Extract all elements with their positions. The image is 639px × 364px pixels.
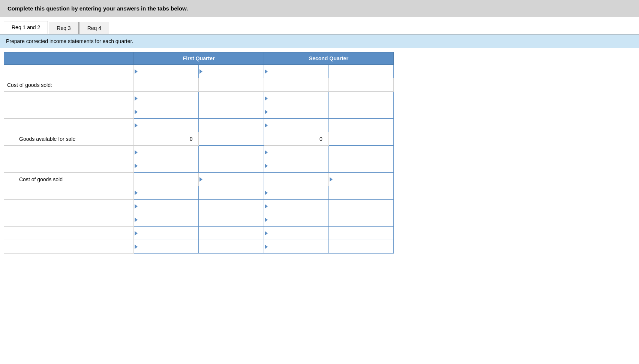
goods-q1b-cell[interactable] <box>199 132 264 146</box>
row11-q2b-cell[interactable] <box>328 200 393 213</box>
row4-q2b-input[interactable] <box>329 106 393 118</box>
row10-q1b-input[interactable] <box>199 186 263 199</box>
row13-q2b-cell[interactable] <box>328 227 393 240</box>
row12-q2b-cell[interactable] <box>328 213 393 227</box>
row12-q2a-input[interactable] <box>268 213 328 226</box>
row14-q1b-input[interactable] <box>199 240 263 253</box>
row11-q2b-input[interactable] <box>329 200 393 213</box>
row14-q2b-cell[interactable] <box>328 240 393 254</box>
row5-q1b-cell[interactable] <box>199 119 264 132</box>
row1-q2b-cell[interactable] <box>328 65 393 78</box>
row4-q1b-input[interactable] <box>199 106 263 118</box>
row1-q2b-input[interactable] <box>329 65 393 78</box>
row1-q1a-cell[interactable] <box>134 65 199 78</box>
row11-q2a-input[interactable] <box>268 200 328 213</box>
goods-q2b-input[interactable] <box>329 133 393 145</box>
row4-q1a-input[interactable] <box>138 106 198 118</box>
row12-q1a-cell[interactable] <box>134 213 199 227</box>
row7-q1b-cell[interactable] <box>199 146 264 159</box>
cogs-val-q2b[interactable] <box>328 173 393 186</box>
row1-q1a-input[interactable] <box>138 65 198 78</box>
goods-q2b-cell[interactable] <box>328 132 393 146</box>
row8-q1b-input[interactable] <box>199 160 263 172</box>
row4-q2b-cell[interactable] <box>328 105 393 119</box>
row14-q1b-cell[interactable] <box>199 240 264 254</box>
row3-q2a-cell[interactable] <box>264 92 328 105</box>
row10-q2b-cell[interactable] <box>328 186 393 200</box>
row8-q2b-cell[interactable] <box>328 159 393 173</box>
row8-q1a-input[interactable] <box>138 160 198 172</box>
row14-q2a-cell[interactable] <box>264 240 328 254</box>
row5-q2a-input[interactable] <box>268 119 328 132</box>
row12-q1b-input[interactable] <box>199 213 263 226</box>
row11-q1a-input[interactable] <box>138 200 198 213</box>
row13-q1b-cell[interactable] <box>199 227 264 240</box>
row11-q1a-cell[interactable] <box>134 200 199 213</box>
row10-q2b-input[interactable] <box>329 186 393 199</box>
row8-q2a-cell[interactable] <box>264 159 328 173</box>
row5-q1a-input[interactable] <box>138 119 198 132</box>
row10-q2a-cell[interactable] <box>264 186 328 200</box>
row7-q1a-input[interactable] <box>138 146 198 159</box>
cogs-val-q1b[interactable] <box>199 173 264 186</box>
row1-q2a-input[interactable] <box>268 65 328 78</box>
row10-q1a-input[interactable] <box>138 186 198 199</box>
row3-q1a-cell[interactable] <box>134 92 199 105</box>
row11-q1b-cell[interactable] <box>199 200 264 213</box>
row13-q1b-input[interactable] <box>199 227 263 240</box>
row13-q2a-cell[interactable] <box>264 227 328 240</box>
row1-q1b-cell[interactable] <box>199 65 264 78</box>
row1-q1b-input[interactable] <box>202 65 263 78</box>
row7-q2b-input[interactable] <box>329 146 393 159</box>
row10-q1a-cell[interactable] <box>134 186 199 200</box>
row10-q1b-cell[interactable] <box>199 186 264 200</box>
row13-q1a-cell[interactable] <box>134 227 199 240</box>
tab-req3[interactable]: Req 3 <box>49 22 78 34</box>
row13-q2b-input[interactable] <box>329 227 393 240</box>
row1-q2a-cell[interactable] <box>264 65 328 78</box>
goods-q1b-input[interactable] <box>199 133 263 145</box>
row8-q1b-cell[interactable] <box>199 159 264 173</box>
row4-q1b-cell[interactable] <box>199 105 264 119</box>
row12-q1b-cell[interactable] <box>199 213 264 227</box>
row8-q2b-input[interactable] <box>329 160 393 172</box>
row14-q1a-cell[interactable] <box>134 240 199 254</box>
row12-q2b-input[interactable] <box>329 213 393 226</box>
row3-q1b-input[interactable] <box>199 92 263 105</box>
row7-q1b-input[interactable] <box>199 146 263 159</box>
row3-q2a-input[interactable] <box>268 92 328 105</box>
row11-q2a-cell[interactable] <box>264 200 328 213</box>
row5-q2a-cell[interactable] <box>264 119 328 132</box>
row14-q2a-input[interactable] <box>268 240 328 253</box>
row3-q1a-input[interactable] <box>138 92 198 105</box>
row8-q1a-cell[interactable] <box>134 159 199 173</box>
row4-q2a-input[interactable] <box>268 106 328 118</box>
table-row <box>4 213 394 227</box>
row5-q2b-input[interactable] <box>329 119 393 132</box>
row3-q2b-input[interactable] <box>329 92 393 105</box>
row10-q2a-input[interactable] <box>268 186 328 199</box>
row7-q2a-cell[interactable] <box>264 146 328 159</box>
row13-q1a-input[interactable] <box>138 227 198 240</box>
cogs-q1b-input[interactable] <box>202 173 263 186</box>
row12-q2a-cell[interactable] <box>264 213 328 227</box>
tab-req12[interactable]: Req 1 and 2 <box>4 21 48 34</box>
row5-q2b-cell[interactable] <box>328 119 393 132</box>
row14-q2b-input[interactable] <box>329 240 393 253</box>
row14-q1a-input[interactable] <box>138 240 198 253</box>
row5-q1a-cell[interactable] <box>134 119 199 132</box>
row8-q2a-input[interactable] <box>268 160 328 172</box>
tab-req4[interactable]: Req 4 <box>80 22 109 34</box>
row3-q1b-cell[interactable] <box>199 92 264 105</box>
row13-q2a-input[interactable] <box>268 227 328 240</box>
cogs-q2b-input[interactable] <box>333 173 393 186</box>
row3-q2b-cell[interactable] <box>328 92 393 105</box>
row7-q1a-cell[interactable] <box>134 146 199 159</box>
row7-q2a-input[interactable] <box>268 146 328 159</box>
row7-q2b-cell[interactable] <box>328 146 393 159</box>
row11-q1b-input[interactable] <box>199 200 263 213</box>
row4-q2a-cell[interactable] <box>264 105 328 119</box>
row12-q1a-input[interactable] <box>138 213 198 226</box>
row5-q1b-input[interactable] <box>199 119 263 132</box>
row4-q1a-cell[interactable] <box>134 105 199 119</box>
